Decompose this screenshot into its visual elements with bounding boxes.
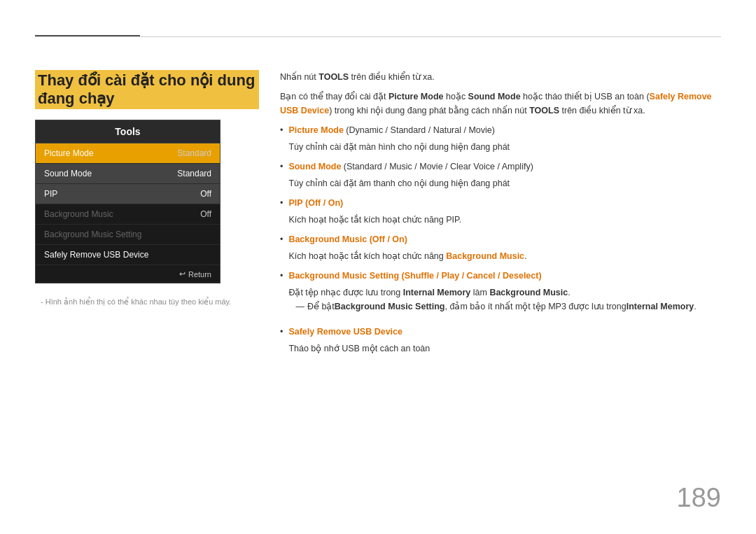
bg-music-ref: Background Music: [446, 251, 524, 261]
bullet-list: Picture Mode (Dynamic / Standard / Natur…: [280, 123, 721, 356]
bullet-content: PIP (Off / On) Kích hoạt hoặc tắt kích h…: [288, 196, 721, 227]
menu-item-picture-mode[interactable]: Picture Mode Standard: [36, 143, 220, 164]
pip-label: PIP: [288, 198, 302, 208]
menu-item-label: Picture Mode: [44, 148, 94, 158]
list-item-pip: PIP (Off / On) Kích hoạt hoặc tắt kích h…: [280, 196, 721, 227]
tools-bold-2: TOOLS: [529, 106, 559, 115]
bullet-label: Sound Mode (Standard / Music / Movie / C…: [288, 160, 721, 174]
sound-mode-label: Sound Mode: [288, 162, 341, 171]
page-container: Thay đổi cài đặt cho nội dung đang chạy …: [0, 0, 756, 534]
internal-memory-ref2: Internal Memory: [626, 300, 694, 314]
bullet-content: Background Music (Off / On) Kích hoạt ho…: [288, 232, 721, 263]
menu-item-value: Off: [200, 189, 211, 199]
top-line: [35, 36, 721, 37]
intro-line2: Bạn có thể thay đổi cài đặt Picture Mode…: [280, 90, 721, 118]
internal-memory-ref1: Internal Memory: [403, 288, 471, 297]
menu-item-label: PIP: [44, 189, 57, 199]
pip-options: (Off / On): [305, 198, 343, 208]
bullet-label: Safely Remove USB Device: [288, 325, 721, 339]
menu-item-pip[interactable]: PIP Off: [36, 184, 220, 204]
picture-mode-label: Picture Mode: [288, 125, 344, 135]
content-area: Thay đổi cài đặt cho nội dung đang chạy …: [35, 70, 721, 361]
bg-music-setting-sub: Đặt tệp nhạc được lưu trong Internal Mem…: [288, 286, 721, 300]
intro-line1: Nhấn nút TOOLS trên điều khiển từ xa.: [280, 70, 721, 84]
menu-item-value: Standard: [177, 148, 211, 158]
sound-mode-ref: Sound Mode: [468, 92, 521, 101]
footnote: Hình ảnh hiển thị có thể khác nhau tùy t…: [35, 297, 259, 307]
list-item-safely-remove: Safely Remove USB Device Tháo bộ nhớ USB…: [280, 325, 721, 356]
bg-music-setting-label: Background Music Setting: [288, 271, 399, 281]
bg-music-options: (Off / On): [370, 234, 407, 244]
return-label: Return: [188, 270, 211, 279]
return-arrow-icon: ↩: [179, 269, 186, 279]
em-dash-note: Để bật Background Music Setting, đảm bảo…: [295, 300, 721, 314]
menu-item-label: Sound Mode: [44, 169, 92, 178]
tools-bold-1: TOOLS: [318, 72, 349, 82]
picture-mode-options: (Dynamic / Standard / Natural / Movie): [344, 125, 495, 135]
section-title: Thay đổi cài đặt cho nội dung đang chạy: [35, 70, 259, 109]
sound-mode-options: (Standard / Music / Movie / Clear Voice …: [341, 162, 533, 171]
list-item-sound-mode: Sound Mode (Standard / Music / Movie / C…: [280, 160, 721, 190]
bg-music-label: Background Music: [288, 234, 367, 244]
tools-footer: ↩ Return: [36, 265, 220, 283]
menu-item-bg-music-setting[interactable]: Background Music Setting: [36, 225, 220, 245]
bg-music-ref2: Background Music: [489, 288, 568, 297]
safely-remove-label: Safely Remove USB Device: [288, 327, 402, 337]
bullet-content: Safely Remove USB Device Tháo bộ nhớ USB…: [288, 325, 721, 356]
sound-mode-sub: Tùy chỉnh cài đặt âm thanh cho nội dung …: [288, 176, 721, 190]
page-number: 189: [677, 483, 721, 513]
bullet-label: Picture Mode (Dynamic / Standard / Natur…: [288, 123, 721, 137]
menu-item-safely-remove[interactable]: Safely Remove USB Device: [36, 245, 220, 265]
bullet-label: PIP (Off / On): [288, 196, 721, 210]
menu-item-value: Off: [200, 209, 211, 219]
bullet-label: Background Music (Off / On): [288, 232, 721, 246]
menu-item-label: Safely Remove USB Device: [44, 250, 148, 260]
bg-music-setting-ref: Background Music Setting: [335, 300, 445, 314]
safely-remove-sub: Tháo bộ nhớ USB một cách an toàn: [288, 342, 721, 356]
bullet-content: Sound Mode (Standard / Music / Movie / C…: [288, 160, 721, 190]
menu-item-label: Background Music Setting: [44, 230, 141, 239]
list-item-bg-music: Background Music (Off / On) Kích hoạt ho…: [280, 232, 721, 263]
left-column: Thay đổi cài đặt cho nội dung đang chạy …: [35, 70, 259, 361]
bullet-label: Background Music Setting (Shuffle / Play…: [288, 269, 721, 283]
bullet-content: Picture Mode (Dynamic / Standard / Natur…: [288, 123, 721, 154]
bg-music-setting-options: (Shuffle / Play / Cancel / Deselect): [402, 271, 542, 281]
right-column: Nhấn nút TOOLS trên điều khiển từ xa. Bạ…: [280, 70, 721, 361]
bullet-content: Background Music Setting (Shuffle / Play…: [288, 269, 721, 319]
menu-item-sound-mode[interactable]: Sound Mode Standard: [36, 164, 220, 184]
menu-item-value: Standard: [177, 169, 211, 178]
list-item-picture-mode: Picture Mode (Dynamic / Standard / Natur…: [280, 123, 721, 154]
tools-menu: Tools Picture Mode Standard Sound Mode S…: [35, 120, 220, 283]
picture-mode-sub: Tùy chỉnh cài đặt màn hình cho nội dung …: [288, 140, 721, 154]
pip-sub: Kích hoạt hoặc tắt kích hoạt chức năng P…: [288, 213, 721, 227]
menu-item-label: Background Music: [44, 209, 113, 219]
picture-mode-ref: Picture Mode: [388, 92, 444, 101]
tools-menu-header: Tools: [36, 120, 220, 143]
bg-music-sub: Kích hoạt hoặc tắt kích hoạt chức năng B…: [288, 249, 721, 263]
menu-item-bg-music[interactable]: Background Music Off: [36, 204, 220, 225]
list-item-bg-music-setting: Background Music Setting (Shuffle / Play…: [280, 269, 721, 319]
